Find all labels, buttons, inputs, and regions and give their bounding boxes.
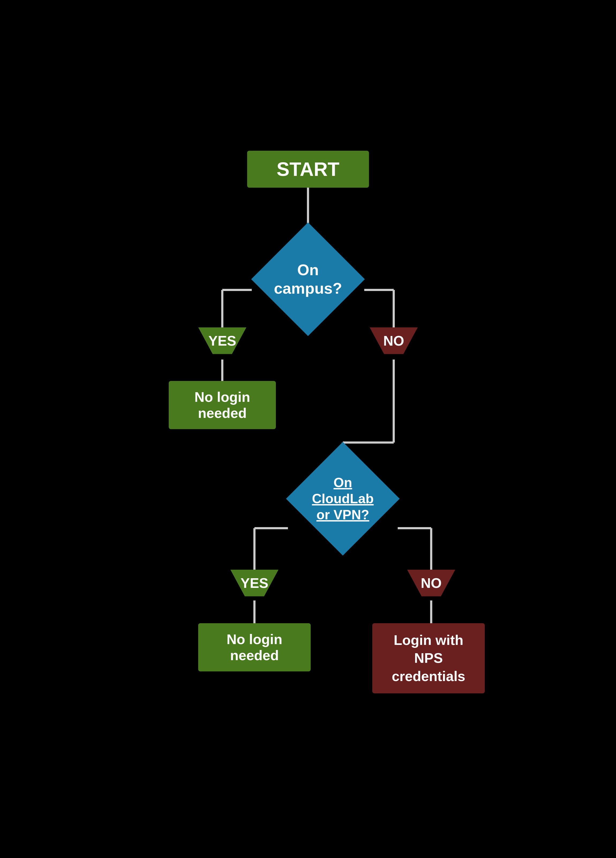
yes2-funnel: YES xyxy=(230,570,278,597)
yes1-funnel: YES xyxy=(198,327,246,354)
no2-funnel: NO xyxy=(407,570,455,597)
no1-funnel: NO xyxy=(370,327,418,354)
diamond1-wrapper: On campus? xyxy=(252,223,364,336)
result2-box: No login needed xyxy=(198,623,311,671)
start-label: START xyxy=(277,159,340,180)
diamond2-text: On CloudLab or VPN? xyxy=(305,475,380,523)
result3-box: Login with NPS credentials xyxy=(372,623,485,694)
start-box: START xyxy=(247,151,369,188)
diamond2-wrapper: On CloudLab or VPN? xyxy=(286,443,399,555)
diamond1-text: On campus? xyxy=(271,261,345,298)
result1-box: No login needed xyxy=(169,381,276,429)
flowchart: START On campus? YES No login needed xyxy=(147,148,469,710)
